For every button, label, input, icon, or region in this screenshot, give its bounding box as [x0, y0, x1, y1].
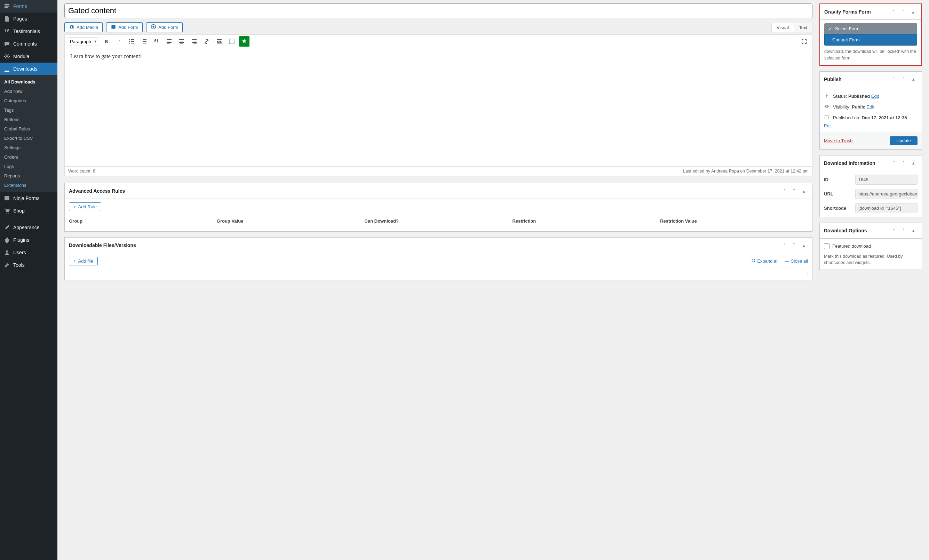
metabox-title: Download Information [824, 160, 875, 166]
menu-modula[interactable]: Modula [0, 50, 57, 63]
edit-status-link[interactable]: Edit [871, 93, 879, 99]
rules-table-header: Group Group Value Can Download? Restrict… [69, 214, 808, 228]
move-up-icon[interactable]: ˄ [780, 241, 788, 249]
move-down-icon[interactable]: ˅ [790, 241, 798, 249]
submenu-extensions[interactable]: Extensions [0, 181, 57, 190]
move-up-icon[interactable]: ˄ [889, 8, 898, 16]
submenu-settings[interactable]: Settings [0, 143, 57, 152]
menu-ninja-forms[interactable]: Ninja Forms [0, 192, 57, 205]
add-media-button[interactable]: Add Media [64, 22, 103, 32]
url-value: https://andreea.georgecioban [855, 189, 918, 199]
submenu-export-csv[interactable]: Export to CSV [0, 133, 57, 143]
fullscreen-button[interactable] [799, 36, 809, 47]
italic-button[interactable]: I [114, 36, 124, 47]
move-to-trash-link[interactable]: Move to Trash [824, 138, 852, 143]
toggle-icon[interactable]: ▴ [909, 8, 917, 16]
readmore-button[interactable] [214, 36, 224, 47]
submenu-global-rules[interactable]: Global Rules [0, 124, 57, 133]
editor-toolbar: Paragraph B I [64, 34, 812, 48]
submenu-buttons[interactable]: Buttons [0, 115, 57, 124]
menu-users[interactable]: Users [0, 246, 57, 259]
move-down-icon[interactable]: ˅ [900, 159, 908, 167]
visual-tab[interactable]: Visual [771, 23, 794, 32]
submenu-orders[interactable]: Orders [0, 152, 57, 162]
toggle-icon[interactable]: ▴ [800, 241, 808, 249]
menu-appearance[interactable]: Appearance [0, 221, 57, 234]
move-up-icon[interactable]: ˄ [890, 75, 898, 84]
expand-all-link[interactable]: Expand all [751, 258, 778, 264]
move-down-icon[interactable]: ˅ [790, 187, 798, 195]
toggle-icon[interactable]: ▴ [909, 75, 918, 84]
wrench-icon [3, 262, 11, 269]
download-options-metabox: Download Options ˄ ˅ ▴ Featured download… [819, 223, 922, 270]
col-restriction-value: Restriction Value [660, 219, 808, 223]
paragraph-select[interactable]: Paragraph [67, 37, 99, 46]
blockquote-button[interactable] [151, 36, 162, 47]
toggle-icon[interactable]: ▴ [909, 159, 918, 167]
align-right-button[interactable] [189, 36, 199, 47]
menu-pages[interactable]: Pages [0, 12, 57, 25]
link-button[interactable] [201, 36, 212, 47]
menu-testimonials[interactable]: Testimonials [0, 25, 57, 38]
dropdown-option-contact[interactable]: Contact Form [824, 34, 917, 46]
move-up-icon[interactable]: ˄ [890, 226, 898, 235]
post-title-input[interactable] [64, 3, 812, 18]
submenu-add-new[interactable]: Add New [0, 87, 57, 96]
move-down-icon[interactable]: ˅ [900, 75, 908, 84]
help-text: download, the download will be 'locked' … [824, 48, 917, 61]
special-button[interactable] [239, 36, 250, 47]
published-row: Published on: Dec 17, 2021 at 12:35 [824, 112, 918, 123]
text-tab[interactable]: Text [794, 23, 812, 32]
col-group-value: Group Value [217, 219, 365, 223]
menu-forms[interactable]: Forms [0, 0, 57, 12]
submenu-reports[interactable]: Reports [0, 171, 57, 181]
svg-rect-9 [825, 115, 828, 119]
add-form-button-2[interactable]: Add Form [146, 22, 182, 32]
update-button[interactable]: Update [890, 136, 918, 145]
menu-comments[interactable]: Comments [0, 38, 57, 50]
editor-content[interactable]: Learn how to gate your content! [64, 48, 812, 167]
featured-checkbox[interactable] [824, 243, 829, 249]
toolbar-toggle-button[interactable] [227, 36, 237, 47]
move-up-icon[interactable]: ˄ [890, 159, 898, 167]
toggle-icon[interactable]: ▴ [909, 226, 918, 235]
move-down-icon[interactable]: ˅ [900, 226, 908, 235]
form-select-dropdown[interactable]: ✓ Select Form Contact Form [824, 23, 917, 46]
bold-button[interactable]: B [101, 36, 112, 47]
svg-point-5 [129, 39, 130, 40]
menu-plugins[interactable]: Plugins [0, 234, 57, 246]
move-down-icon[interactable]: ˅ [899, 8, 908, 16]
check-icon: ✓ [828, 26, 832, 31]
eye-icon [824, 104, 830, 110]
edit-visibility-link[interactable]: Edit [867, 104, 874, 110]
menu-shop[interactable]: Shop [0, 205, 57, 217]
edit-date-link[interactable]: Edit [824, 123, 832, 129]
number-list-button[interactable] [139, 36, 149, 47]
expand-icon [751, 258, 756, 264]
metabox-title: Publish [824, 77, 842, 82]
align-left-button[interactable] [164, 36, 174, 47]
modula-icon [3, 53, 11, 60]
bullet-list-button[interactable] [126, 36, 137, 47]
submenu-tags[interactable]: Tags [0, 106, 57, 115]
align-center-button[interactable] [176, 36, 187, 47]
menu-label: Users [13, 250, 26, 255]
dropdown-selected: ✓ Select Form [824, 23, 917, 34]
submenu-categories[interactable]: Categories [0, 96, 57, 106]
gravity-forms-metabox: Gravity Forms Form ˄ ˅ ▴ ✓ Select Form C… [819, 3, 922, 66]
download-info-metabox: Download Information ˄ ˅ ▴ ID 1645 URL h… [819, 155, 922, 217]
submenu-all-downloads[interactable]: All Downloads [0, 77, 57, 87]
menu-tools[interactable]: Tools [0, 259, 57, 271]
menu-downloads[interactable]: Downloads [0, 63, 57, 75]
featured-help: Mark this download as featured. Used by … [824, 253, 918, 266]
move-up-icon[interactable]: ˄ [780, 187, 788, 195]
add-form-button-1[interactable]: Add Form [106, 22, 143, 32]
submenu-logs[interactable]: Logs [0, 162, 57, 171]
close-all-link[interactable]: — Close all [785, 259, 808, 264]
add-rule-button[interactable]: + Add Rule [69, 202, 101, 211]
button-label: Add Form [118, 25, 138, 30]
publish-metabox: Publish ˄ ˅ ▴ Status: Published Edit Vis… [819, 71, 922, 150]
add-file-button[interactable]: + Add file [69, 257, 98, 265]
toggle-icon[interactable]: ▴ [800, 187, 808, 195]
cart-icon [3, 207, 11, 214]
